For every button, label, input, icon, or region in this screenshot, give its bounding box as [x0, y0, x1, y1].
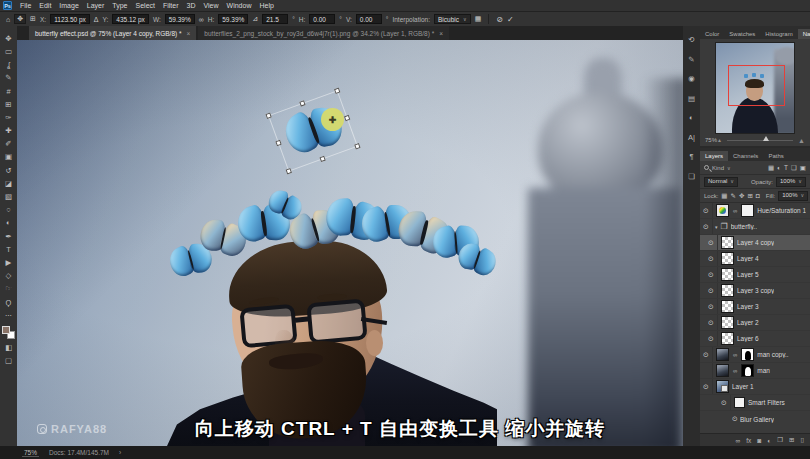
navigator-thumbnail[interactable]: [715, 42, 795, 134]
tab-color[interactable]: Color: [700, 29, 724, 39]
tab-layers[interactable]: Layers: [700, 151, 728, 161]
link-layers-icon[interactable]: ∞: [736, 437, 741, 444]
shape-tool[interactable]: ◇: [2, 271, 15, 280]
tab-paths[interactable]: Paths: [763, 151, 788, 161]
maintain-aspect-link-icon[interactable]: ∞: [199, 16, 204, 23]
brush-settings-panel-icon[interactable]: ✎: [688, 56, 694, 64]
layer-row-smart-filters[interactable]: ⊙ Smart Filters: [700, 395, 810, 411]
status-zoom-field[interactable]: 75%: [22, 449, 39, 457]
lock-position-icon[interactable]: ✥: [739, 192, 744, 200]
filter-type-icon[interactable]: T: [784, 164, 788, 171]
close-icon[interactable]: ×: [439, 30, 443, 37]
filter-shape-icon[interactable]: ❏: [791, 164, 797, 172]
layer-row-man[interactable]: ∞ man: [700, 363, 810, 379]
layer-row-layer6[interactable]: ⊙ Layer 6: [700, 331, 810, 347]
styles-panel-icon[interactable]: ▤: [688, 95, 695, 103]
visibility-eye-icon[interactable]: ⊙: [705, 251, 718, 266]
layer-row-layer4[interactable]: ⊙ Layer 4: [700, 251, 810, 267]
warp-mode-icon[interactable]: ▦: [475, 15, 482, 23]
visibility-eye-icon[interactable]: ⊙: [700, 347, 713, 362]
layer-row-hue-saturation[interactable]: ⊙ ∞ Hue/Saturation 1: [700, 203, 810, 219]
visibility-eye-icon[interactable]: ⊙: [705, 283, 718, 298]
color-swatches[interactable]: [2, 326, 15, 339]
crop-tool[interactable]: #: [2, 87, 15, 96]
visibility-eye-icon[interactable]: ⊙: [705, 235, 718, 250]
layer-row-man-copy[interactable]: ⊙ ∞ man copy..: [700, 347, 810, 363]
clone-stamp-tool[interactable]: ▣: [2, 153, 15, 162]
document-canvas[interactable]: ✚ 向上移动 CTRL + T 自由变换工具 缩小并旋转 RAFYA88: [17, 40, 683, 446]
menu-image[interactable]: Image: [59, 2, 78, 9]
quick-mask-icon[interactable]: ◧: [2, 343, 15, 352]
height-input[interactable]: 59.39%: [218, 14, 248, 24]
visibility-eye-icon[interactable]: ⊙: [705, 315, 718, 330]
menu-3d[interactable]: 3D: [187, 2, 196, 9]
paragraph-panel-icon[interactable]: ¶: [689, 153, 693, 161]
cancel-transform-button[interactable]: ⊘: [496, 15, 503, 24]
transform-handle[interactable]: [275, 140, 281, 146]
rotate-input[interactable]: 21.5: [262, 14, 288, 24]
menu-edit[interactable]: Edit: [39, 2, 51, 9]
commit-transform-button[interactable]: ✓: [507, 15, 514, 24]
zoom-out-icon[interactable]: ▲: [717, 137, 722, 143]
tab-histogram[interactable]: Histogram: [760, 29, 797, 39]
brush-tool[interactable]: ✐: [2, 140, 15, 149]
width-input[interactable]: 59.39%: [165, 14, 195, 24]
libraries-panel-icon[interactable]: ❏: [688, 173, 695, 181]
layer-row-layer3[interactable]: ⊙ Layer 3: [700, 299, 810, 315]
transform-handle[interactable]: [299, 100, 305, 106]
layer-row-layer3-copy[interactable]: ⊙ Layer 3 copy: [700, 283, 810, 299]
menu-view[interactable]: View: [204, 2, 219, 9]
visibility-eye-icon[interactable]: ⊙: [700, 203, 713, 218]
pen-tool[interactable]: ✒: [2, 232, 15, 241]
delete-layer-icon[interactable]: ▯: [800, 436, 804, 444]
document-tab-butterfly-effect[interactable]: butterfly effect.psd @ 75% (Layer 4 copy…: [29, 26, 196, 40]
zoom-in-icon[interactable]: ▲: [798, 137, 805, 144]
marquee-tool[interactable]: ▭: [2, 47, 15, 56]
history-panel-icon[interactable]: ⟲: [688, 36, 694, 44]
visibility-eye-icon[interactable]: ⊙: [700, 219, 713, 234]
group-expander-icon[interactable]: ▾: [715, 224, 718, 230]
tab-swatches[interactable]: Swatches: [724, 29, 760, 39]
hand-tool[interactable]: ☞: [2, 285, 15, 294]
navigator-zoom-slider[interactable]: [727, 140, 793, 141]
layer-effects-icon[interactable]: fx: [746, 437, 751, 444]
status-chevron-icon[interactable]: ›: [119, 449, 121, 456]
new-adjustment-icon[interactable]: ◐: [767, 437, 771, 444]
visibility-eye-slot[interactable]: [700, 363, 713, 378]
quick-selection-tool[interactable]: ✎: [2, 74, 15, 83]
navigator-zoom-value[interactable]: 75%: [705, 137, 717, 143]
eraser-tool[interactable]: ◪: [2, 179, 15, 188]
layer-row-layer1[interactable]: ⊙ Layer 1: [700, 379, 810, 395]
screen-mode-icon[interactable]: ▢: [2, 357, 15, 366]
slider-thumb[interactable]: [763, 136, 769, 141]
filter-pixel-icon[interactable]: ▦: [768, 164, 774, 172]
filter-kind-label[interactable]: Kind: [712, 165, 724, 171]
layer-row-layer5[interactable]: ⊙ Layer 5: [700, 267, 810, 283]
skew-v-input[interactable]: 0.00: [356, 14, 382, 24]
navigator-view-box[interactable]: [728, 65, 785, 106]
lock-paint-icon[interactable]: ✎: [731, 192, 736, 200]
menu-select[interactable]: Select: [136, 2, 155, 9]
layer-row-layer2[interactable]: ⊙ Layer 2: [700, 315, 810, 331]
eyedropper-tool[interactable]: ✑: [2, 113, 15, 122]
adjustments-panel-icon[interactable]: ◐: [689, 114, 694, 122]
lock-artboard-icon[interactable]: ⊞: [747, 192, 752, 200]
visibility-eye-icon[interactable]: ⊙: [730, 411, 740, 427]
foreground-color-swatch[interactable]: [2, 326, 10, 334]
menu-file[interactable]: File: [20, 2, 31, 9]
transform-handle[interactable]: [265, 113, 271, 119]
clone-source-panel-icon[interactable]: ◉: [688, 75, 695, 83]
add-mask-icon[interactable]: ◙: [757, 437, 761, 444]
visibility-eye-icon[interactable]: ⊙: [718, 395, 731, 410]
skew-h-input[interactable]: 0.00: [309, 14, 335, 24]
history-brush-tool[interactable]: ↺: [2, 166, 15, 175]
tab-navigator[interactable]: Navigator: [798, 29, 810, 39]
y-input[interactable]: 435.12 px: [112, 14, 149, 24]
dodge-tool[interactable]: ◐: [2, 219, 15, 228]
menu-filter[interactable]: Filter: [163, 2, 179, 9]
menu-type[interactable]: Type: [112, 2, 127, 9]
new-group-icon[interactable]: ❐: [777, 436, 783, 444]
fill-select[interactable]: 100% ∨: [778, 191, 808, 201]
new-layer-icon[interactable]: ⊞: [789, 436, 794, 444]
filter-adjustment-icon[interactable]: ◐: [777, 164, 781, 171]
